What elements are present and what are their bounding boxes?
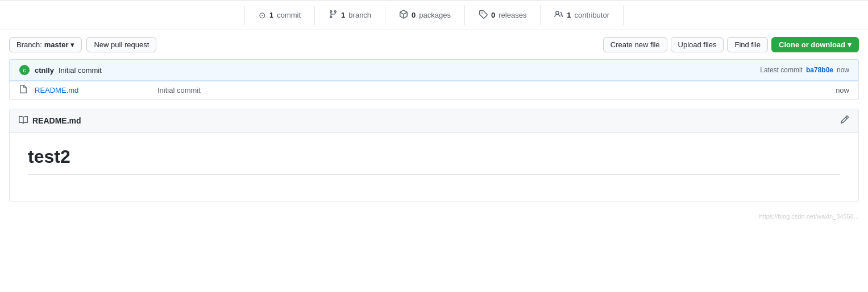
- contributors-icon: [554, 10, 563, 20]
- commits-stat[interactable]: ⊙ 1 commit: [244, 6, 315, 25]
- packages-label: packages: [419, 11, 451, 19]
- commit-icon: ⊙: [259, 10, 266, 20]
- readme-header: README.md: [10, 109, 858, 133]
- contributors-stat[interactable]: 1 contributor: [541, 5, 624, 25]
- readme-heading: test2: [28, 146, 840, 175]
- latest-commit-label: Latest commit: [760, 66, 803, 74]
- commit-time: now: [837, 66, 849, 74]
- file-time: now: [815, 86, 849, 94]
- releases-stat[interactable]: 0 releases: [465, 5, 541, 25]
- clone-or-download-button[interactable]: Clone or download ▾: [771, 37, 859, 52]
- table-row: README.md Initial commit now: [10, 81, 858, 99]
- releases-label: releases: [499, 11, 526, 19]
- commit-message: Initial commit: [59, 66, 102, 75]
- latest-commit-row: c ctnlly Initial commit Latest commit ba…: [9, 59, 859, 81]
- commit-right: Latest commit ba78b0e now: [760, 66, 849, 74]
- commits-count: 1: [269, 11, 273, 19]
- book-icon: [19, 116, 28, 126]
- packages-count: 0: [412, 11, 416, 19]
- toolbar-right: Create new file Upload files Find file C…: [603, 37, 859, 52]
- commit-left: c ctnlly Initial commit: [19, 64, 102, 76]
- packages-stat[interactable]: 0 packages: [385, 5, 465, 25]
- readme-filename: README.md: [32, 116, 81, 125]
- readme-edit-button[interactable]: [840, 115, 849, 126]
- package-icon: [399, 10, 408, 20]
- create-new-file-button[interactable]: Create new file: [603, 37, 667, 52]
- branch-label: Branch:: [16, 40, 42, 49]
- file-icon: [19, 85, 30, 96]
- branch-selector[interactable]: Branch: master ▾: [9, 37, 82, 52]
- readme-section: README.md test2: [9, 109, 859, 201]
- clone-dropdown-icon: ▾: [848, 40, 852, 49]
- file-name[interactable]: README.md: [35, 86, 148, 94]
- contributors-count: 1: [567, 11, 571, 19]
- branch-name: master: [44, 40, 69, 49]
- branches-label: branch: [348, 11, 371, 19]
- branches-count: 1: [341, 11, 345, 19]
- new-pull-request-button[interactable]: New pull request: [86, 37, 156, 52]
- toolbar-left: Branch: master ▾ New pull request: [9, 37, 156, 52]
- commit-author[interactable]: ctnlly: [35, 66, 54, 75]
- contributors-label: contributor: [575, 11, 609, 19]
- releases-count: 0: [491, 11, 495, 19]
- branches-stat[interactable]: 1 branch: [315, 5, 385, 25]
- author-avatar: c: [19, 64, 30, 76]
- readme-title: README.md: [19, 116, 81, 126]
- file-commit-message: Initial commit: [148, 86, 815, 94]
- find-file-button[interactable]: Find file: [727, 37, 768, 52]
- clone-label: Clone or download: [779, 40, 845, 49]
- branch-dropdown-icon: ▾: [70, 40, 74, 49]
- upload-files-button[interactable]: Upload files: [671, 37, 724, 52]
- commits-label: commit: [277, 11, 301, 19]
- releases-icon: [479, 10, 488, 20]
- toolbar: Branch: master ▾ New pull request Create…: [0, 30, 868, 59]
- watermark: https://blog.csdn.net/waxin_34558...: [0, 211, 868, 222]
- file-table: README.md Initial commit now: [9, 81, 859, 100]
- readme-body: test2: [10, 133, 858, 201]
- stats-bar: ⊙ 1 commit 1 branch 0 packages 0 release…: [0, 0, 868, 30]
- svg-text:c: c: [23, 67, 26, 73]
- branch-icon: [329, 10, 338, 20]
- commit-hash[interactable]: ba78b0e: [806, 66, 833, 74]
